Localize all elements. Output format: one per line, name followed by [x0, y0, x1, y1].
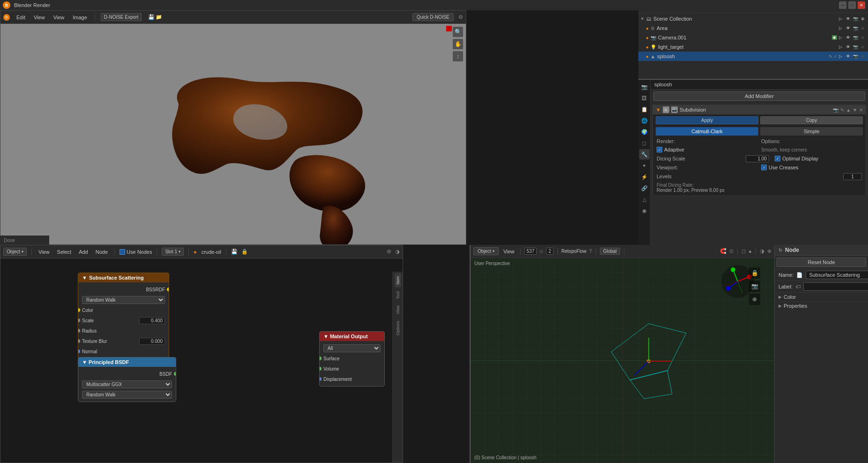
node-node-menu[interactable]: Node — [94, 248, 110, 256]
collection-item-area[interactable]: ● ⚙ Area ▷ 👁 📷 ⊕ — [638, 23, 868, 33]
use-creases-checkbox[interactable]: ✓ — [761, 165, 767, 170]
props-render-icon[interactable]: 📷 — [639, 82, 650, 92]
principled-method2-row[interactable]: Random Walk — [78, 389, 176, 400]
node-label-input[interactable] — [803, 282, 868, 291]
principled-method2-dropdown[interactable]: Random Walk — [82, 391, 172, 399]
catmull-clark-btn[interactable]: Catmull-Clark — [656, 127, 758, 136]
scene-collection-eye-icon[interactable]: 👁 — [845, 16, 851, 21]
area-camera-icon[interactable]: 📷 — [852, 26, 859, 30]
viewport-camera-btn[interactable]: 📷 — [749, 281, 760, 292]
quick-denoise-btn[interactable]: Quick D-NOISE — [412, 13, 454, 21]
props-material-icon[interactable]: ◉ — [639, 205, 650, 216]
node-select-menu[interactable]: Select — [55, 248, 74, 256]
material-output-node[interactable]: ▼ Material Output All Surface — [319, 331, 385, 387]
simple-btn[interactable]: Simple — [760, 127, 863, 136]
principled-method1-dropdown[interactable]: Multiscatter GGX — [82, 380, 172, 388]
scene-collection-camera-icon[interactable]: 📷 — [852, 16, 859, 21]
collection-item-light-target[interactable]: ● 💡 light_target ▷ 👁 📷 ⊕ — [638, 42, 868, 52]
viewport-xray-icon[interactable]: ⊕ — [767, 248, 771, 254]
props-constraints-icon[interactable]: 🔗 — [639, 183, 650, 193]
principled-method1-row[interactable]: Multiscatter GGX — [78, 379, 176, 389]
camera-filter-icon[interactable]: ⊕ — [860, 35, 866, 40]
node-view-menu[interactable]: View — [37, 248, 52, 256]
move-icon[interactable]: ↕ — [453, 51, 463, 61]
principled-bsdf-node[interactable]: ▼ Principled BSDF BSDF Multiscatter GGX — [78, 357, 176, 402]
node-mode-dropdown[interactable]: Object — [3, 248, 27, 256]
viewport-lock-btn[interactable]: 🔒 — [749, 267, 760, 279]
subdivision-up-icon[interactable]: ▲ — [846, 107, 851, 113]
sploosh-expand-icon[interactable]: ▷ — [837, 54, 844, 59]
area-filter-icon[interactable]: ⊕ — [860, 26, 866, 30]
render-image-menu[interactable]: Image — [71, 14, 89, 21]
viewport-snap-icon[interactable]: 🧲 — [720, 248, 726, 254]
apply-btn[interactable]: Apply — [656, 116, 758, 124]
node-settings-icon[interactable]: ⚙ — [387, 249, 391, 255]
subdivision-render-icon[interactable]: 📷 — [671, 106, 678, 113]
sploosh-filter-icon[interactable]: ⊕ — [860, 54, 866, 59]
scene-collection-filter-icon[interactable]: ⊕ — [860, 16, 866, 21]
orientation-dropdown[interactable]: Global — [600, 248, 620, 255]
render-settings-icon[interactable]: ⚙ — [458, 14, 463, 20]
viewport-mode-btn[interactable]: Object ▾ — [473, 247, 499, 255]
viewport-zoom-btn[interactable]: ⊕ — [749, 294, 760, 305]
sss-texture-blur-input[interactable] — [139, 338, 165, 345]
render-view-menu[interactable]: View — [32, 14, 47, 21]
properties-section-header[interactable]: ▶ Properties — [775, 302, 868, 310]
collection-item-camera[interactable]: ● 📷 Camera.001 ■ ▷ 👁 📷 ⊕ — [638, 33, 868, 42]
render-folder-icon[interactable]: 📁 — [156, 14, 162, 20]
reset-node-btn[interactable]: Reset Node — [777, 258, 866, 267]
retopo-help-icon[interactable]: ? — [589, 249, 592, 254]
optimal-display-checkbox[interactable]: ✓ — [775, 156, 780, 161]
frame-counter[interactable]: 537 — [524, 248, 537, 255]
close-button[interactable]: ✕ — [858, 1, 865, 9]
keyframe-counter[interactable]: 2 — [546, 248, 554, 255]
side-tab-options[interactable]: Options — [395, 318, 401, 338]
levels-input[interactable] — [843, 173, 862, 180]
camera-expand-icon[interactable]: ▷ — [837, 35, 844, 40]
props-world-icon[interactable]: 🌍 — [639, 127, 650, 137]
props-output-icon[interactable]: 🖼 — [639, 93, 650, 103]
copy-btn[interactable]: Copy — [760, 116, 863, 124]
collection-item-sploosh[interactable]: ● ▲ sploosh ✎ ✓ ▷ 👁 📷 ⊕ — [638, 52, 868, 61]
side-tab-view[interactable]: View — [395, 303, 401, 317]
use-nodes-checkbox[interactable] — [120, 249, 125, 255]
side-tab-tool[interactable]: Tool — [395, 288, 401, 302]
sploosh-eye-icon[interactable]: 👁 — [845, 54, 851, 59]
area-eye-icon[interactable]: 👁 — [845, 26, 851, 30]
props-particles-icon[interactable]: ✦ — [639, 160, 650, 171]
camera-camera-icon[interactable]: 📷 — [852, 35, 859, 40]
node-name-input[interactable] — [806, 271, 868, 279]
viewport-view-menu[interactable]: View — [501, 248, 516, 255]
pan-icon[interactable]: ✋ — [453, 39, 463, 49]
sploosh-camera-icon[interactable]: 📷 — [852, 54, 859, 59]
viewport-shading-solid-icon[interactable]: ● — [748, 249, 752, 254]
use-creases-area[interactable]: ✓ Use Creases — [761, 165, 862, 170]
subdivision-expand-icon[interactable]: ▼ — [656, 107, 661, 113]
scene-collection-expand-icon[interactable]: ▷ — [837, 16, 844, 21]
node-lock-icon[interactable]: 🔒 — [241, 249, 248, 255]
sss-method-dropdown[interactable]: Random Walk — [82, 296, 165, 304]
material-output-dropdown-row[interactable]: All — [320, 343, 384, 353]
node-panel-refresh-icon[interactable]: ↻ — [778, 248, 782, 253]
scene-collection-root[interactable]: ▼ 🗂 Scene Collection ▷ 👁 📷 ⊕ — [638, 14, 868, 23]
props-object-icon[interactable]: ◻ — [639, 138, 650, 148]
maximize-button[interactable]: □ — [848, 1, 856, 9]
subdivision-camera-icon[interactable]: 📷 — [833, 107, 838, 113]
area-expand-icon[interactable]: ▷ — [837, 26, 844, 30]
viewport-proportional-icon[interactable]: ⊙ — [729, 248, 733, 254]
light-target-eye-icon[interactable]: 👁 — [845, 45, 851, 49]
minimize-button[interactable]: ─ — [839, 1, 846, 9]
adaptive-checkbox[interactable]: ✓ — [657, 147, 662, 152]
props-scene-icon[interactable]: 🌐 — [639, 115, 650, 126]
light-target-expand-icon[interactable]: ▷ — [837, 45, 844, 49]
node-add-menu[interactable]: Add — [77, 248, 90, 256]
sploosh-edit-icon[interactable]: ✎ — [829, 54, 832, 59]
adaptive-checkbox-area[interactable]: ✓ Adaptive — [657, 147, 757, 152]
light-target-filter-icon[interactable]: ⊕ — [860, 45, 866, 49]
color-section-header[interactable]: ▶ Color — [775, 293, 868, 301]
node-editor-canvas[interactable]: ▼ Subsurface Scattering BSSRDF Random Wa… — [0, 258, 403, 463]
node-save-icon[interactable]: 💾 — [231, 249, 238, 255]
props-modifier-icon[interactable]: 🔧 — [639, 149, 650, 159]
sss-texture-blur-row[interactable]: Texture Blur — [78, 336, 169, 346]
props-view-layer-icon[interactable]: 📋 — [639, 104, 650, 114]
